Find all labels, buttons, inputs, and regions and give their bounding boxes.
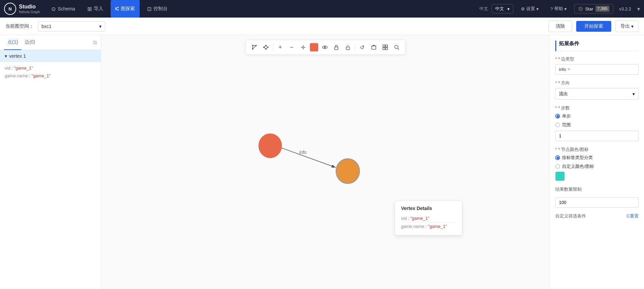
export-button[interactable]: 导出 ▾ bbox=[615, 21, 639, 32]
dag-mode-button[interactable] bbox=[261, 42, 271, 52]
remove-button[interactable]: − bbox=[287, 42, 297, 52]
help-button[interactable]: ? 帮助 ▾ bbox=[546, 4, 570, 14]
node-2[interactable] bbox=[336, 159, 360, 183]
vertex-prop-vid: vid : "game_1" bbox=[5, 64, 96, 72]
vd-prop-name: game.name : "game_1" bbox=[401, 222, 456, 230]
grid-button[interactable] bbox=[380, 42, 390, 52]
nav-import[interactable]: ⊞ 导入 bbox=[83, 0, 108, 18]
space-chevron-icon: ▾ bbox=[99, 24, 102, 29]
main-area: 点(1) 边(0) ⧉ ▾ vertex 1 vid : "game_1" ga… bbox=[0, 35, 644, 289]
top-nav: N Studio Nebula Graph ⊙ Schema ⊞ 导入 ⑆ 图探… bbox=[0, 0, 644, 18]
start-explore-button[interactable]: 开始探索 bbox=[576, 21, 611, 32]
delete-button[interactable] bbox=[369, 42, 379, 52]
lang-select[interactable]: 中文 ▾ bbox=[492, 4, 513, 14]
settings-button[interactable]: ⚙ 设置 ▾ bbox=[517, 4, 543, 14]
clear-button[interactable]: 清除 bbox=[549, 21, 572, 32]
node-color-radio-group: 按标签类型分类 自定义颜色/图标 bbox=[555, 155, 639, 169]
add-button[interactable]: + bbox=[275, 42, 285, 52]
svg-rect-26 bbox=[386, 48, 388, 50]
logo-sub: Nebula Graph bbox=[19, 10, 40, 14]
space-label: 当前图空间： bbox=[5, 23, 34, 29]
tab-edge[interactable]: 边(0) bbox=[21, 35, 38, 50]
left-panel: 点(1) 边(0) ⧉ ▾ vertex 1 vid : "game_1" ga… bbox=[0, 35, 101, 289]
svg-rect-17 bbox=[346, 47, 349, 50]
by-type-radio-indicator bbox=[555, 155, 560, 160]
steps-single-radio[interactable]: 单步 bbox=[555, 113, 639, 119]
copy-icon[interactable]: ⧉ bbox=[93, 40, 97, 46]
graph-canvas[interactable]: info bbox=[101, 35, 550, 289]
direction-select[interactable]: 流出 ▾ bbox=[555, 88, 639, 100]
result-limit-input[interactable] bbox=[555, 197, 639, 208]
custom-filter-label: 自定义筛选条件 bbox=[555, 213, 586, 219]
node-color-section: * * 节点颜色/图标 按标签类型分类 自定义颜色/图标 bbox=[555, 147, 639, 181]
vd-title: Vertex Details bbox=[401, 206, 456, 211]
reset-button[interactable]: C重置 bbox=[627, 213, 639, 219]
direction-chevron-icon: ▾ bbox=[633, 91, 635, 97]
svg-point-27 bbox=[395, 45, 398, 49]
space-selector[interactable]: bxc1 ▾ bbox=[38, 21, 105, 31]
by-type-radio[interactable]: 按标签类型分类 bbox=[555, 155, 639, 161]
svg-line-28 bbox=[398, 48, 399, 50]
svg-rect-16 bbox=[335, 47, 338, 50]
direction-section: * * 方向 流出 ▾ bbox=[555, 80, 639, 100]
vertex-props: vid : "game_1" game.name : "game_1" bbox=[0, 62, 101, 82]
export-chevron-icon: ▾ bbox=[631, 24, 634, 29]
github-star-button[interactable]: ⚫ Star 7,395 bbox=[574, 4, 613, 14]
steps-number-input[interactable] bbox=[555, 131, 639, 141]
nav-console-label: 控制台 bbox=[153, 6, 168, 12]
search-button[interactable] bbox=[392, 42, 402, 52]
custom-filter-section: 自定义筛选条件 C重置 bbox=[555, 213, 639, 219]
color-picker-button[interactable] bbox=[310, 43, 318, 52]
undo-button[interactable]: ↺ bbox=[357, 42, 367, 52]
steps-range-radio[interactable]: 范围 bbox=[555, 122, 639, 128]
direction-label: * * 方向 bbox=[555, 80, 639, 86]
vertex-item[interactable]: ▾ vertex 1 bbox=[0, 50, 101, 62]
steps-section: * * 步数 单步 范围 bbox=[555, 105, 639, 141]
rp-title: 拓展条件 bbox=[555, 41, 639, 51]
lang-label: 中文 bbox=[479, 6, 488, 12]
nav-explore-label: 图探索 bbox=[121, 6, 135, 12]
edge-type-remove-button[interactable]: ✕ bbox=[567, 67, 570, 72]
toolbar: + − ✛ ↺ bbox=[246, 40, 405, 55]
version-label[interactable]: v3.2.2 bbox=[617, 5, 634, 13]
left-tabs: 点(1) 边(0) ⧉ bbox=[0, 35, 101, 50]
svg-point-15 bbox=[324, 47, 326, 48]
custom-color-radio[interactable]: 自定义颜色/图标 bbox=[555, 163, 639, 169]
svg-line-11 bbox=[264, 47, 265, 49]
nav-console[interactable]: ⊡ 控制台 bbox=[142, 0, 172, 18]
vertex-prop-name: game.name : "game_1" bbox=[5, 72, 96, 80]
svg-rect-24 bbox=[386, 45, 388, 47]
nav-import-label: 导入 bbox=[94, 6, 103, 12]
lock-button[interactable] bbox=[331, 42, 341, 52]
edge-type-label: * * 边类型 bbox=[555, 56, 639, 62]
eye-button[interactable] bbox=[320, 42, 330, 52]
explore-icon: ⑆ bbox=[115, 6, 119, 12]
range-radio-indicator bbox=[555, 123, 560, 127]
edge-info[interactable] bbox=[281, 148, 336, 167]
color-swatch[interactable] bbox=[555, 172, 565, 181]
nav-schema[interactable]: ⊙ Schema bbox=[47, 0, 80, 18]
custom-color-radio-indicator bbox=[555, 164, 560, 169]
schema-icon: ⊙ bbox=[51, 6, 56, 12]
canvas-area[interactable]: + − ✛ ↺ bbox=[101, 35, 550, 289]
unlock-button[interactable] bbox=[343, 42, 353, 52]
vertex-details-popup: Vertex Details vid : "game_1" game.name … bbox=[395, 201, 462, 235]
logo-icon: N bbox=[4, 3, 16, 15]
svg-line-13 bbox=[267, 48, 267, 49]
edge-type-tag: info ✕ bbox=[559, 67, 570, 72]
vertex-header: ▾ vertex 1 bbox=[5, 53, 96, 59]
single-radio-indicator bbox=[555, 114, 560, 119]
second-bar: 当前图空间： bxc1 ▾ 清除 开始探索 导出 ▾ bbox=[0, 18, 644, 35]
star-count: 7,395 bbox=[595, 6, 610, 12]
move-button[interactable]: ✛ bbox=[298, 42, 308, 52]
vd-prop-vid: vid : "game_1" bbox=[401, 214, 456, 222]
node-1[interactable] bbox=[258, 133, 282, 158]
nav-right: 中文 中文 ▾ ⚙ 设置 ▾ ? 帮助 ▾ ⚫ Star 7,395 v3.2.… bbox=[479, 4, 640, 14]
edge-type-input[interactable]: info ✕ bbox=[555, 64, 639, 75]
nav-explore[interactable]: ⑆ 图探索 bbox=[111, 0, 140, 18]
result-limit-label: 结果数量限制 bbox=[555, 186, 639, 192]
tab-vertex[interactable]: 点(1) bbox=[4, 35, 21, 50]
graph-mode-button[interactable] bbox=[249, 42, 259, 52]
svg-rect-18 bbox=[372, 46, 376, 49]
svg-line-5 bbox=[253, 46, 256, 49]
